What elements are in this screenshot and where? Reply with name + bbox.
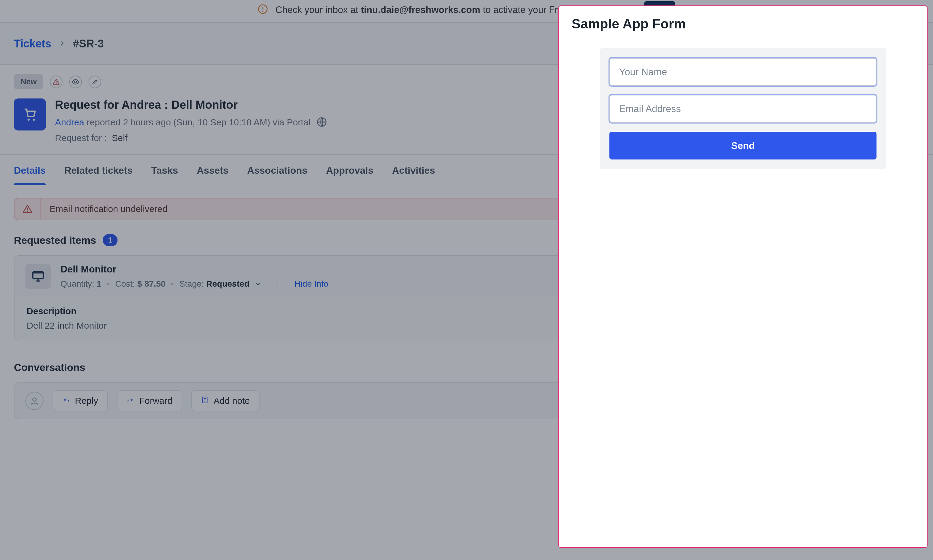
panel-title: Sample App Form [572, 16, 914, 31]
send-button[interactable]: Send [610, 132, 876, 160]
email-input[interactable] [610, 95, 876, 123]
form-card: Send [600, 48, 886, 169]
name-input[interactable] [610, 58, 876, 86]
sample-app-form-panel: Sample App Form Send [558, 5, 928, 548]
